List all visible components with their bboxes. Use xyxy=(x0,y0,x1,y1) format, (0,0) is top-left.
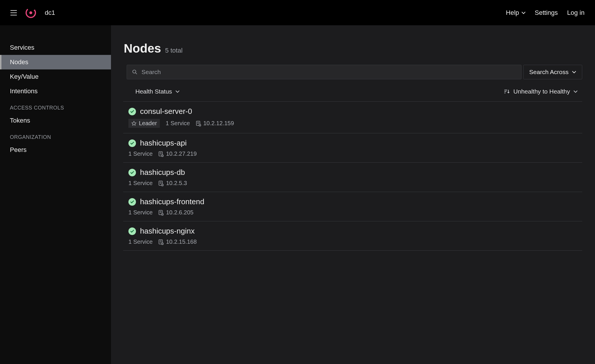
network-icon xyxy=(158,180,164,186)
svg-point-3 xyxy=(35,11,36,12)
search-icon xyxy=(132,69,137,75)
chevron-down-icon xyxy=(175,90,180,93)
settings-link[interactable]: Settings xyxy=(535,9,558,17)
sort-label: Unhealthy to Healthy xyxy=(513,88,570,95)
node-row[interactable]: hashicups-db1 Service10.2.5.3 xyxy=(123,163,582,192)
network-icon xyxy=(158,239,164,245)
node-name: hashicups-nginx xyxy=(140,227,195,236)
chevron-down-icon xyxy=(574,90,578,93)
service-count: 1 Service xyxy=(128,239,153,245)
node-head: hashicups-api xyxy=(128,139,576,148)
node-name: hashicups-api xyxy=(140,139,187,148)
service-count: 1 Service xyxy=(128,180,153,187)
health-status-label: Health Status xyxy=(135,88,172,95)
search-box[interactable] xyxy=(127,65,521,79)
star-icon xyxy=(131,121,137,126)
node-row[interactable]: hashicups-api1 Service10.2.27.219 xyxy=(123,133,582,163)
node-row[interactable]: consul-server-0Leader1 Service10.2.12.15… xyxy=(123,102,582,133)
node-ip: 10.2.12.159 xyxy=(196,120,234,127)
help-menu[interactable]: Help xyxy=(506,9,525,17)
service-count: 1 Service xyxy=(128,150,153,157)
status-healthy-icon xyxy=(128,169,136,176)
sidebar-item-services[interactable]: Services xyxy=(0,40,111,55)
node-meta: 1 Service10.2.27.219 xyxy=(128,150,576,157)
node-head: hashicups-frontend xyxy=(128,197,576,206)
node-ip: 10.2.5.3 xyxy=(158,180,187,187)
help-label: Help xyxy=(506,9,519,17)
node-head: hashicups-db xyxy=(128,168,576,177)
check-icon xyxy=(130,110,134,114)
node-name: hashicups-frontend xyxy=(140,197,204,206)
leader-label: Leader xyxy=(139,120,157,127)
consul-logo-icon xyxy=(25,7,37,19)
sort-dropdown[interactable]: Unhealthy to Healthy xyxy=(504,88,578,95)
sidebar-item-key-value[interactable]: Key/Value xyxy=(0,69,111,84)
node-meta: 1 Service10.2.5.3 xyxy=(128,180,576,187)
sidebar-item-tokens[interactable]: Tokens xyxy=(0,113,111,128)
sidebar-item-peers[interactable]: Peers xyxy=(0,143,111,157)
node-row[interactable]: hashicups-frontend1 Service10.2.6.205 xyxy=(123,192,582,221)
sort-icon xyxy=(504,89,510,94)
sidebar: ServicesNodesKey/ValueIntentions ACCESS … xyxy=(0,25,111,364)
chevron-down-icon xyxy=(521,11,526,14)
node-head: consul-server-0 xyxy=(128,107,576,116)
status-healthy-icon xyxy=(128,227,136,235)
health-status-filter[interactable]: Health Status xyxy=(135,88,180,95)
node-name: hashicups-db xyxy=(140,168,185,177)
service-count: 1 Service xyxy=(128,209,153,216)
search-row: Search Across xyxy=(127,65,582,79)
status-healthy-icon xyxy=(128,139,136,147)
check-icon xyxy=(130,141,134,145)
svg-point-4 xyxy=(35,13,36,14)
network-icon xyxy=(158,151,164,157)
page-header: Nodes 5 total xyxy=(124,42,582,55)
service-count: 1 Service xyxy=(166,120,190,127)
top-bar-right: Help Settings Log in xyxy=(506,9,585,17)
datacenter-name[interactable]: dc1 xyxy=(45,9,55,17)
node-name: consul-server-0 xyxy=(140,107,192,116)
node-meta: Leader1 Service10.2.12.159 xyxy=(128,119,576,128)
filter-row: Health Status Unhealthy to Healthy xyxy=(123,85,582,102)
search-input[interactable] xyxy=(141,69,516,76)
menu-icon[interactable] xyxy=(10,10,17,15)
node-row[interactable]: hashicups-nginx1 Service10.2.15.168 xyxy=(123,221,582,251)
node-list: consul-server-0Leader1 Service10.2.12.15… xyxy=(123,102,582,251)
svg-point-5 xyxy=(34,15,35,16)
node-head: hashicups-nginx xyxy=(128,227,576,236)
node-ip: 10.2.27.219 xyxy=(158,150,197,157)
network-icon xyxy=(158,210,164,216)
sidebar-item-nodes[interactable]: Nodes xyxy=(0,55,111,69)
check-icon xyxy=(130,229,134,233)
access-controls-heading: ACCESS CONTROLS xyxy=(0,98,111,113)
svg-point-1 xyxy=(29,11,32,14)
search-across-label: Search Across xyxy=(529,69,569,76)
sidebar-item-intentions[interactable]: Intentions xyxy=(0,84,111,98)
login-link[interactable]: Log in xyxy=(567,9,585,17)
node-meta: 1 Service10.2.15.168 xyxy=(128,239,576,245)
chevron-down-icon xyxy=(572,71,576,73)
svg-point-6 xyxy=(133,70,136,73)
node-ip: 10.2.15.168 xyxy=(158,239,197,245)
top-bar-left: dc1 xyxy=(10,7,55,19)
svg-line-7 xyxy=(136,73,137,74)
main-content: Nodes 5 total Search Across Health Statu… xyxy=(111,25,595,364)
page-title: Nodes xyxy=(124,42,161,55)
page-subtitle: 5 total xyxy=(165,47,182,54)
network-icon xyxy=(196,121,201,126)
node-ip: 10.2.6.205 xyxy=(158,209,193,216)
check-icon xyxy=(130,200,134,204)
content-area: ServicesNodesKey/ValueIntentions ACCESS … xyxy=(0,25,595,364)
leader-badge: Leader xyxy=(128,119,160,128)
check-icon xyxy=(130,171,134,175)
status-healthy-icon xyxy=(128,198,136,206)
top-bar: dc1 Help Settings Log in xyxy=(0,0,595,25)
search-across-dropdown[interactable]: Search Across xyxy=(523,65,582,79)
status-healthy-icon xyxy=(128,108,136,115)
organization-heading: ORGANIZATION xyxy=(0,128,111,143)
node-meta: 1 Service10.2.6.205 xyxy=(128,209,576,216)
svg-point-2 xyxy=(34,10,35,11)
